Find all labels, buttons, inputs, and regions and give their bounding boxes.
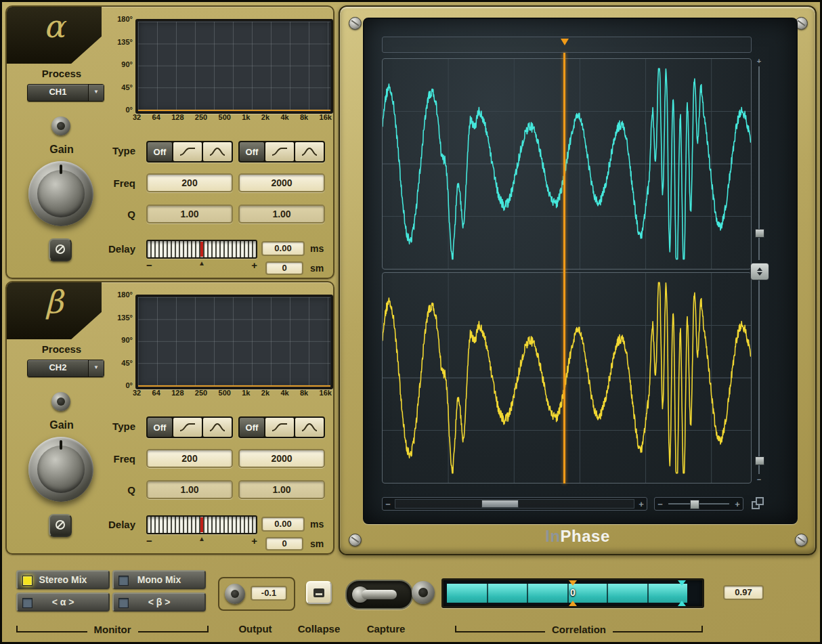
slider-thumb[interactable]	[755, 456, 764, 465]
x-tick: 16k	[320, 113, 332, 121]
arrow-up-icon[interactable]	[757, 267, 762, 271]
minus-label: −	[146, 535, 152, 546]
waveform-panel-ch2[interactable]	[382, 272, 752, 484]
button-indicator-led	[22, 576, 33, 586]
plus-label[interactable]: +	[754, 57, 764, 65]
gain-trim-knob-beta[interactable]	[51, 392, 70, 411]
minus-label[interactable]: −	[754, 475, 764, 484]
filter2-bell-button-alpha[interactable]	[295, 142, 324, 161]
correlation-value-field[interactable]: 0.97	[723, 585, 764, 600]
capture-toggle-switch[interactable]	[345, 580, 413, 609]
waveform-display: + − + − − + − +	[363, 18, 798, 524]
bell-curve-icon	[209, 422, 226, 433]
arrow-down-icon[interactable]	[757, 272, 762, 276]
filter1-off-button-alpha[interactable]: Off	[148, 142, 172, 161]
filter1-off-button-beta[interactable]: Off	[148, 418, 172, 437]
filter1-q-field-beta[interactable]: 1.00	[146, 480, 233, 499]
bell-curve-icon	[301, 146, 318, 157]
plus-label[interactable]: +	[732, 499, 743, 509]
phase-invert-icon	[54, 519, 66, 533]
y-tick: 90°	[121, 336, 133, 344]
horizontal-zoom-slider[interactable]: − +	[654, 497, 743, 511]
collapse-icon	[313, 588, 324, 597]
delay-ms-field-alpha[interactable]: 0.00	[261, 241, 305, 256]
filter2-freq-field-beta[interactable]: 2000	[238, 449, 325, 468]
zoom-track[interactable]	[668, 503, 729, 505]
filter2-q-field-beta[interactable]: 1.00	[238, 480, 325, 499]
filter2-freq-field-alpha[interactable]: 2000	[238, 173, 325, 192]
correlation-zero-marker	[569, 580, 577, 586]
capture-button[interactable]	[412, 581, 435, 604]
slider-thumb[interactable]	[755, 229, 764, 238]
freq-label: Freq	[81, 453, 135, 465]
delay-slider-alpha[interactable]	[146, 240, 257, 259]
filter1-freq-field-alpha[interactable]: 200	[146, 173, 233, 192]
timeline-ruler[interactable]	[382, 37, 752, 53]
pointer-icon: ▲	[198, 535, 205, 546]
x-tick: 2k	[261, 113, 269, 121]
bell-curve-icon	[301, 422, 318, 433]
minus-label[interactable]: −	[655, 499, 666, 509]
panel-height-spinner[interactable]	[750, 263, 769, 280]
x-tick: 8k	[300, 389, 308, 397]
horizontal-scrollbar[interactable]: − +	[382, 497, 647, 511]
gain-trim-knob-alpha[interactable]	[51, 116, 70, 135]
copy-view-icon[interactable]	[750, 496, 766, 512]
process-select-value: CH2	[28, 360, 88, 377]
collapse-button[interactable]	[306, 581, 332, 604]
monitor-beta-button[interactable]: < β >	[112, 593, 206, 611]
scrollbar-track[interactable]	[395, 499, 634, 509]
filter2-shelf-button-alpha[interactable]	[265, 142, 294, 161]
display-panel: + − + − − + − +	[339, 5, 817, 555]
playhead-cursor-line[interactable]	[563, 53, 565, 484]
monitor-stereo-mix-button[interactable]: Stereo Mix	[16, 570, 110, 589]
process-select-beta[interactable]: CH2 ▼	[27, 360, 104, 377]
button-label: < α >	[52, 597, 74, 607]
scrollbar-thumb[interactable]	[481, 500, 519, 508]
x-tick: 32	[133, 389, 141, 397]
phase-response-graph-alpha	[135, 19, 333, 114]
plugin-title: InPhase	[340, 527, 815, 546]
delay-ms-field-beta[interactable]: 0.00	[261, 517, 305, 532]
monitor-mono-mix-button[interactable]: Mono Mix	[112, 570, 206, 589]
delay-samples-field-beta[interactable]: 0	[265, 537, 303, 551]
vertical-zoom-slider-ch2[interactable]: + −	[754, 272, 764, 482]
x-tick: 64	[152, 113, 160, 121]
process-label: Process	[19, 343, 104, 355]
correlation-zero-marker	[569, 601, 577, 606]
phase-invert-icon	[54, 243, 66, 257]
filter2-off-button-beta[interactable]: Off	[240, 418, 264, 437]
capture-label: Capture	[339, 623, 433, 635]
delay-slider-beta[interactable]	[146, 515, 257, 534]
filter1-bell-button-alpha[interactable]	[203, 142, 232, 161]
zoom-thumb[interactable]	[690, 500, 699, 509]
pointer-icon: ▲	[198, 259, 205, 271]
x-tick: 250	[195, 113, 207, 121]
process-select-alpha[interactable]: CH1 ▼	[27, 84, 104, 102]
plus-label[interactable]: +	[636, 499, 647, 509]
playhead-marker-icon[interactable]	[561, 39, 569, 45]
monitor-alpha-button[interactable]: < α >	[16, 593, 110, 611]
filter1-freq-field-beta[interactable]: 200	[146, 449, 233, 468]
filter2-off-button-alpha[interactable]: Off	[240, 142, 264, 161]
q-label: Q	[81, 209, 135, 220]
vertical-zoom-slider-ch1[interactable]: + −	[754, 58, 764, 268]
filter1-shelf-button-alpha[interactable]	[173, 142, 202, 161]
correlation-fill	[447, 584, 687, 603]
graph-grid	[138, 297, 330, 387]
filter2-shelf-button-beta[interactable]	[265, 418, 294, 437]
filter1-q-field-alpha[interactable]: 1.00	[146, 205, 233, 223]
phase-invert-button-beta[interactable]	[49, 514, 72, 537]
phase-invert-button-alpha[interactable]	[49, 238, 72, 261]
filter2-q-field-alpha[interactable]: 1.00	[238, 205, 325, 223]
output-knob[interactable]	[225, 584, 245, 604]
filter2-bell-button-beta[interactable]	[295, 418, 324, 437]
minus-label[interactable]: −	[383, 499, 393, 509]
filter1-shelf-button-beta[interactable]	[173, 418, 202, 437]
process-label: Process	[19, 68, 104, 79]
output-value-field[interactable]: -0.1	[251, 586, 287, 601]
waveform-panel-ch1[interactable]	[382, 58, 752, 270]
delay-samples-field-alpha[interactable]: 0	[265, 261, 303, 275]
filter1-bell-button-beta[interactable]	[203, 418, 232, 437]
type-label: Type	[81, 145, 135, 156]
